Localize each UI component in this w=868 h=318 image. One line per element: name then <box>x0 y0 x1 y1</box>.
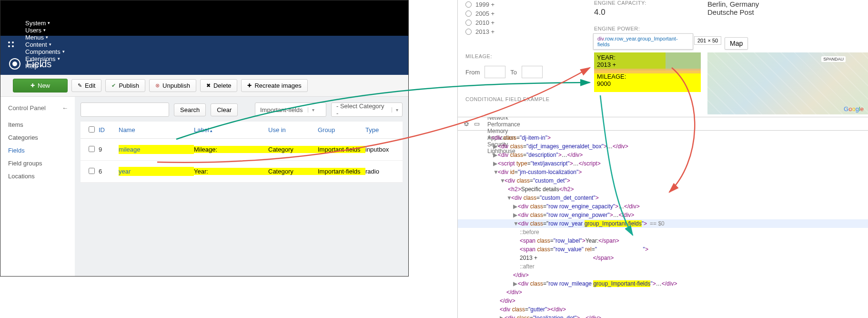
inspect-icon[interactable]: ⯐ <box>462 120 471 127</box>
publish-button[interactable]: ✔Publish <box>105 79 145 92</box>
menu-users[interactable]: Users ▾ <box>20 27 70 34</box>
radio-label: 2005 + <box>475 10 495 17</box>
row-checkbox[interactable] <box>89 146 95 152</box>
caret-down-icon: ▾ <box>46 35 48 40</box>
col-id[interactable]: ID <box>99 126 119 133</box>
search-button[interactable]: Search <box>174 103 206 116</box>
year-label: YEAR: <box>597 54 698 61</box>
mileage-detail-value: 9000 <box>597 80 698 87</box>
sidebar-item-field-groups[interactable]: Field groups <box>8 157 75 170</box>
row-id: 6 <box>99 168 119 175</box>
unpublish-button[interactable]: ⊗Unpublish <box>149 79 196 92</box>
category-select[interactable]: - Select Category -▾ <box>331 103 403 117</box>
control-panel-label[interactable]: Control Panel <box>8 104 46 112</box>
sidebar-item-fields[interactable]: Fields <box>8 144 75 157</box>
engine-power-label: ENGINE POWER: <box>594 26 701 31</box>
conditional-field-label: CONDITIONAL FIELD EXAMPLE <box>465 96 585 102</box>
device-toggle-icon[interactable]: ▭ <box>472 120 482 127</box>
devtools-panel: ⯐ ▭ ElementsConsoleSourcesNetworkPerform… <box>458 117 868 318</box>
search-input[interactable] <box>81 103 169 117</box>
joomla-admin-panel: System ▾Users ▾Menus ▾Content ▾Component… <box>0 0 409 277</box>
row-name-link[interactable]: year <box>119 167 131 176</box>
row-label: Year: <box>194 168 268 175</box>
plus-square-icon: ✚ <box>247 82 252 89</box>
new-button[interactable]: ✚New <box>13 79 68 92</box>
col-usein[interactable]: Use in <box>268 126 318 133</box>
joomla-sidebar: Control Panel ← ItemsCategoriesFieldsFie… <box>0 97 75 276</box>
select-all-checkbox[interactable] <box>89 126 95 133</box>
recreate-images-button[interactable]: ✚Recreate images <box>241 79 307 92</box>
menu-components[interactable]: Components ▾ <box>20 48 70 55</box>
clear-button[interactable]: Clear <box>211 103 238 116</box>
row-checkbox[interactable] <box>89 168 95 174</box>
mileage-from-input[interactable] <box>484 66 505 78</box>
radio-icon <box>465 20 472 26</box>
mileage-detail-label: MILEAGE: <box>597 73 698 80</box>
col-type[interactable]: Type <box>365 126 399 133</box>
back-arrow-icon[interactable]: ← <box>62 104 68 112</box>
svg-point-1 <box>12 41 14 43</box>
row-name-link[interactable]: mileage <box>119 145 141 154</box>
row-usein: Category <box>268 168 318 175</box>
col-name[interactable]: Name <box>119 126 194 133</box>
menu-content[interactable]: Content ▾ <box>20 41 70 48</box>
engine-capacity-value: 4.0 <box>594 8 701 17</box>
joomla-main: Search Clear Important-fields▾ - Select … <box>75 97 408 276</box>
sidebar-item-locations[interactable]: Locations <box>8 170 75 183</box>
x-circle-icon: ⊗ <box>155 82 160 89</box>
row-type: radio <box>365 168 399 175</box>
radio-option[interactable]: 1999 + <box>465 0 585 9</box>
map-widget[interactable]: SPANDAU Google <box>707 52 868 114</box>
radio-option[interactable]: 2005 + <box>465 9 585 18</box>
google-logo-icon: Google <box>844 105 864 113</box>
row-group: Important-fields <box>318 168 365 175</box>
to-label: To <box>510 69 517 76</box>
radio-option[interactable]: 2013 + <box>465 27 585 36</box>
devtools-dom-tree[interactable]: ▼<div class="dj-item-in"> ▶<div class="d… <box>458 131 868 318</box>
address-line-2: Deutsche Post <box>707 8 868 16</box>
svg-point-3 <box>12 45 14 47</box>
mileage-to-input[interactable] <box>522 66 543 78</box>
page-preview: 1999 +2005 +2010 +2013 + MILEAGE: From T… <box>458 0 868 117</box>
map-marker-label: SPANDAU <box>821 56 846 62</box>
map-button[interactable]: Map <box>725 37 748 50</box>
group-select[interactable]: Important-fields▾ <box>255 103 326 117</box>
pencil-icon: ✎ <box>78 82 82 89</box>
radio-icon <box>465 29 472 35</box>
radio-label: 2010 + <box>475 19 495 26</box>
col-label[interactable]: Label ▴ <box>194 126 268 133</box>
fields-table: ID Name Label ▴ Use in Group Type 9milea… <box>81 122 403 183</box>
caret-down-icon: ▾ <box>43 28 46 32</box>
svg-point-0 <box>8 41 10 43</box>
joomla-toolbar: ✚New ✎Edit ✔Publish ⊗Unpublish ✖Delete ✚… <box>0 75 408 97</box>
radio-icon <box>465 1 472 8</box>
menu-menus[interactable]: Menus ▾ <box>20 34 70 41</box>
edit-button[interactable]: ✎Edit <box>71 79 101 92</box>
radio-option[interactable]: 2010 + <box>465 18 585 27</box>
svg-point-2 <box>8 45 10 47</box>
caret-down-icon: ▾ <box>49 42 51 47</box>
col-group[interactable]: Group <box>318 126 365 133</box>
address-line-1: Berlin, Germany <box>707 0 868 8</box>
sidebar-item-items[interactable]: Items <box>8 118 75 131</box>
row-type: inputbox <box>365 146 399 153</box>
browser-panel: 1999 +2005 +2010 +2013 + MILEAGE: From T… <box>457 0 868 318</box>
target-icon <box>9 58 20 70</box>
caret-down-icon: ▾ <box>392 107 402 113</box>
mileage-filter-label: MILEAGE: <box>465 53 585 59</box>
radio-label: 2013 + <box>475 28 495 35</box>
menu-system[interactable]: System ▾ <box>20 20 70 27</box>
element-inspector-tooltip: div.row.row_year.group_Important-fields <box>593 33 693 50</box>
caret-down-icon: ▾ <box>48 21 50 25</box>
sidebar-item-categories[interactable]: Categories <box>8 131 75 144</box>
table-row: 9mileageMileage:CategoryImportant-fields… <box>81 139 403 161</box>
table-row: 6yearYear:CategoryImportant-fieldsradio <box>81 161 403 183</box>
devtools-tab-performance[interactable]: Performance <box>483 121 525 128</box>
plus-icon: ✚ <box>30 82 35 89</box>
row-group: Important-fields <box>318 146 365 153</box>
caret-down-icon: ▾ <box>62 49 65 54</box>
caret-down-icon: ▾ <box>58 56 60 61</box>
row-label: Mileage: <box>194 146 268 153</box>
delete-button[interactable]: ✖Delete <box>200 79 238 92</box>
caret-down-icon: ▾ <box>308 107 318 113</box>
